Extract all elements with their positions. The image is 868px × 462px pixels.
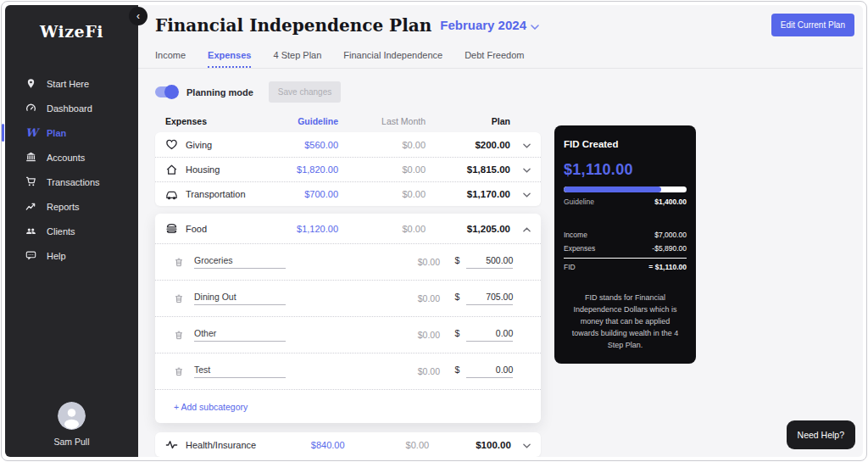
chevron-down-icon[interactable] xyxy=(531,18,539,33)
column-header-guideline[interactable]: Guideline xyxy=(247,116,338,126)
tab-income[interactable]: Income xyxy=(155,50,186,68)
guideline-value: $1,120.00 xyxy=(247,224,338,234)
trash-icon[interactable] xyxy=(174,366,184,377)
sidebar-item-clients[interactable]: Clients xyxy=(5,219,138,243)
category-card-top: Giving $560.00 $0.00 $200.00 Housing $1,… xyxy=(155,132,541,206)
trash-icon[interactable] xyxy=(174,293,184,304)
pulse-icon xyxy=(165,438,178,451)
category-card-food: Food $1,120.00 $0.00 $1,205.00 Groceries xyxy=(155,214,541,423)
plan-amount-input[interactable]: 0.00 xyxy=(466,365,513,378)
guideline-value: $840.00 xyxy=(256,440,344,450)
edit-current-plan-button[interactable]: Edit Current Plan xyxy=(771,14,854,36)
people-icon xyxy=(25,225,36,237)
plan-amount-input[interactable]: 705.00 xyxy=(466,292,513,305)
toggle-knob xyxy=(164,85,179,99)
currency-symbol: $ xyxy=(454,292,459,302)
car-icon xyxy=(165,188,178,201)
sidebar-item-label: Accounts xyxy=(47,153,85,163)
category-name: Food xyxy=(186,224,207,234)
plan-amount-input[interactable]: 0.00 xyxy=(466,328,513,342)
subcategory-name-input[interactable]: Groceries xyxy=(194,255,286,269)
fid-total-label: FID xyxy=(564,263,576,271)
need-help-button[interactable]: Need Help? xyxy=(787,420,855,449)
subcategory-row-dining-out: Dining Out $0.00 $ 705.00 xyxy=(155,280,541,316)
fid-expenses-label: Expenses xyxy=(564,244,595,253)
sidebar-item-transactions[interactable]: Transactions xyxy=(5,170,138,194)
chevron-down-icon[interactable] xyxy=(523,140,531,150)
category-name: Health/Insurance xyxy=(186,440,256,450)
fid-expenses-value: -$5,890.00 xyxy=(652,244,687,253)
fid-total-value: = $1,110.00 xyxy=(648,263,687,271)
tab-financial-independence[interactable]: Financial Independence xyxy=(343,50,442,68)
sidebar-item-plan[interactable]: W Plan xyxy=(5,120,138,145)
subcategory-name-input[interactable]: Dining Out xyxy=(194,292,286,305)
category-row-giving: Giving $560.00 $0.00 $200.00 xyxy=(155,132,541,157)
category-row-food: Food $1,120.00 $0.00 $1,205.00 xyxy=(155,214,541,243)
guideline-value: $1,820.00 xyxy=(247,164,338,175)
table-header: Expenses Guideline Last Month Plan xyxy=(155,116,541,126)
app-window: ‹ WizeFi Start Here Dashboard W Plan Acc… xyxy=(1,1,867,461)
guideline-value: $560.00 xyxy=(247,140,338,150)
column-header-expenses: Expenses xyxy=(165,116,247,126)
user-profile[interactable]: Sam Pull xyxy=(5,402,138,447)
sidebar-item-label: Clients xyxy=(47,226,75,237)
last-month-value: $0.00 xyxy=(364,330,440,340)
sidebar-item-label: Help xyxy=(47,251,66,261)
category-row-housing: Housing $1,820.00 $0.00 $1,815.00 xyxy=(155,157,541,181)
chat-icon xyxy=(25,250,36,261)
home-icon xyxy=(165,164,178,176)
category-name: Giving xyxy=(186,140,212,150)
currency-symbol: $ xyxy=(454,365,459,375)
fid-guideline-label: Guideline xyxy=(564,198,594,206)
last-month-value: $0.00 xyxy=(364,366,440,376)
chevron-down-icon[interactable] xyxy=(523,440,531,450)
chevron-down-icon[interactable] xyxy=(523,189,531,199)
app-logo: WizeFi xyxy=(5,22,138,41)
fid-income-label: Income xyxy=(564,231,587,239)
sidebar-item-start-here[interactable]: Start Here xyxy=(5,71,138,96)
add-subcategory-button[interactable]: + Add subcategory xyxy=(174,402,248,412)
column-header-plan: Plan xyxy=(426,116,510,126)
sidebar-item-label: Dashboard xyxy=(47,103,92,114)
plan-value: $100.00 xyxy=(429,440,511,450)
trash-icon[interactable] xyxy=(174,257,184,268)
sidebar-item-dashboard[interactable]: Dashboard xyxy=(5,96,138,120)
subcategory-row-groceries: Groceries $0.00 $ 500.00 xyxy=(155,243,541,280)
last-month-value: $0.00 xyxy=(364,257,440,267)
planning-mode-toggle[interactable] xyxy=(155,86,178,97)
column-header-last-month: Last Month xyxy=(338,116,426,126)
sidebar-item-reports[interactable]: Reports xyxy=(5,194,138,219)
plan-amount-input[interactable]: 500.00 xyxy=(466,255,513,269)
fid-guideline-row: Guideline $1,400.00 xyxy=(564,198,687,206)
cart-icon xyxy=(25,176,36,187)
fid-total-row: FID = $1,110.00 xyxy=(564,258,687,274)
subcategory-name-input[interactable]: Test xyxy=(194,365,286,378)
chevron-down-icon[interactable] xyxy=(523,164,531,175)
sidebar-item-accounts[interactable]: Accounts xyxy=(5,145,138,170)
subcategory-row-other: Other $0.00 $ 0.00 xyxy=(155,316,541,353)
tab-4-step-plan[interactable]: 4 Step Plan xyxy=(273,50,321,68)
sidebar-collapse-button[interactable]: ‹ xyxy=(129,7,147,25)
subcategory-name-input[interactable]: Other xyxy=(194,328,286,342)
planning-mode-label: Planning mode xyxy=(186,87,253,97)
fid-progress-bar xyxy=(564,186,687,192)
fid-panel: FID Created $1,110.00 Guideline $1,400.0… xyxy=(554,125,696,364)
location-pin-icon xyxy=(25,78,36,89)
add-subcategory-row: + Add subcategory xyxy=(155,389,541,423)
plan-value: $1,815.00 xyxy=(426,164,510,175)
trash-icon[interactable] xyxy=(174,330,184,341)
category-row-transportation: Transportation $700.00 $0.00 $1,170.00 xyxy=(155,181,541,206)
period-selector[interactable]: February 2024 xyxy=(440,18,526,32)
last-month-value: $0.00 xyxy=(338,140,426,150)
content-row: Expenses Guideline Last Month Plan Givin… xyxy=(155,116,863,457)
subcategory-row-test: Test $0.00 $ 0.00 xyxy=(155,353,541,389)
tab-debt-freedom[interactable]: Debt Freedom xyxy=(465,50,524,68)
sidebar-item-help[interactable]: Help xyxy=(5,243,138,268)
gauge-icon xyxy=(25,103,36,114)
bank-icon xyxy=(25,152,36,163)
last-month-value: $0.00 xyxy=(345,440,430,450)
tab-expenses[interactable]: Expenses xyxy=(208,50,251,68)
save-changes-button[interactable]: Save changes xyxy=(269,81,341,103)
category-name: Housing xyxy=(186,164,220,175)
chevron-up-icon[interactable] xyxy=(523,224,531,234)
